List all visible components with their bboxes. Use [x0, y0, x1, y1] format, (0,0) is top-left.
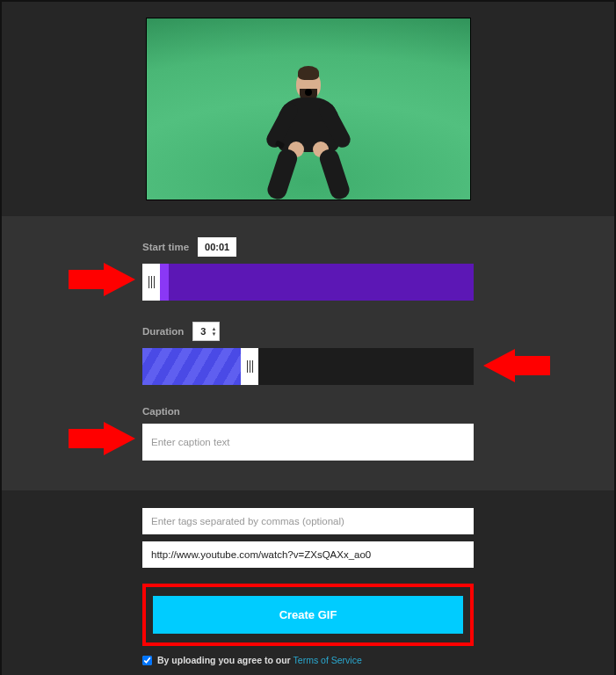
duration-handle[interactable] [241, 348, 258, 385]
submit-panel: Create GIF By uploading you agree to our… [2, 490, 614, 675]
start-time-label: Start time 00:01 [142, 237, 474, 257]
svg-marker-1 [483, 349, 550, 382]
duration-stepper[interactable]: 3 ▲▼ [192, 322, 220, 341]
caption-label: Caption [142, 406, 474, 417]
create-highlight-box: Create GIF [142, 584, 474, 646]
video-preview-strip [2, 2, 614, 216]
start-time-value[interactable]: 00:01 [198, 237, 236, 257]
tags-input[interactable] [142, 508, 474, 534]
start-time-slider[interactable] [142, 264, 474, 301]
caption-input[interactable] [142, 424, 474, 461]
stepper-arrows-icon[interactable]: ▲▼ [211, 326, 216, 337]
source-url-input[interactable] [142, 541, 474, 568]
video-preview [146, 18, 471, 200]
duration-label: Duration 3 ▲▼ [142, 322, 474, 341]
terms-text: By uploading you agree to our [157, 655, 294, 665]
annotation-arrow-icon [69, 422, 135, 455]
terms-checkbox[interactable] [142, 656, 152, 665]
terms-link[interactable]: Terms of Service [294, 655, 362, 665]
annotation-arrow-icon [69, 263, 135, 296]
terms-row: By uploading you agree to our Terms of S… [142, 655, 474, 665]
create-gif-button[interactable]: Create GIF [153, 596, 463, 634]
duration-slider[interactable] [142, 348, 474, 385]
svg-marker-2 [69, 422, 135, 455]
annotation-arrow-icon [483, 349, 550, 382]
svg-marker-0 [69, 263, 135, 296]
start-time-handle[interactable] [142, 264, 160, 301]
